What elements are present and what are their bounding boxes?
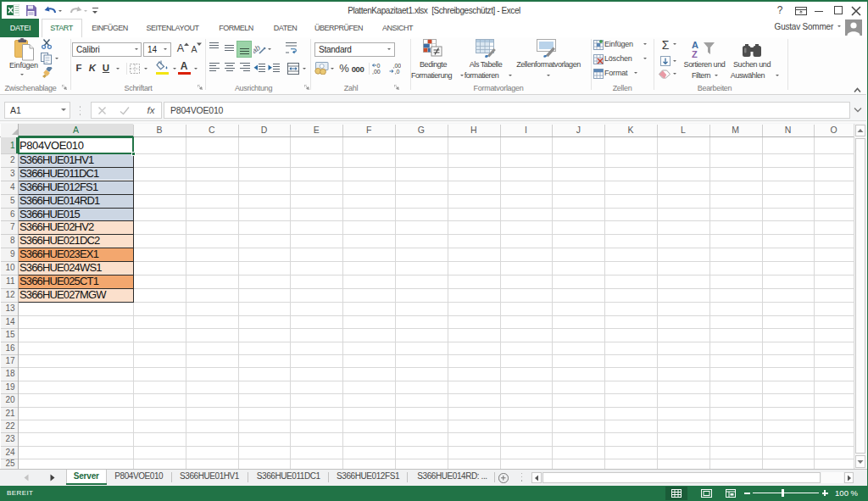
svg-text:0: 0 [377, 63, 381, 69]
svg-text:,00: ,00 [372, 69, 381, 75]
svg-text:Z: Z [692, 49, 698, 58]
svg-text:,00: ,00 [393, 63, 402, 69]
svg-text:ab: ab [253, 43, 262, 55]
svg-text:A: A [692, 40, 698, 50]
